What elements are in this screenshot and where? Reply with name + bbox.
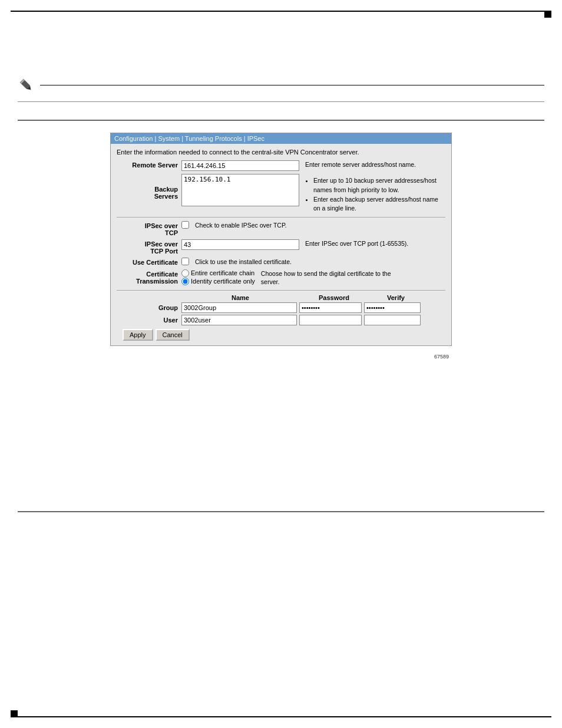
- group-label: Group: [117, 304, 181, 311]
- section-separator: [18, 120, 544, 121]
- cert-radio-entire[interactable]: [181, 269, 189, 277]
- backup-servers-desc: Enter up to 10 backup server addresses/h…: [299, 174, 445, 213]
- remote-server-label: Remote Server: [117, 160, 181, 169]
- ipsec-tcp-desc: Check to enable IPSec over TCP.: [189, 221, 286, 230]
- bottom-separator: [18, 511, 544, 512]
- use-certificate-desc: Click to use the installed certificate.: [189, 258, 292, 266]
- top-separator: [18, 101, 544, 102]
- form-intro: Enter the information needed to connect …: [117, 149, 445, 156]
- name-password-header: Name Password Verify: [181, 294, 445, 301]
- vpn-config-form: Configuration | System | Tunneling Proto…: [110, 133, 452, 346]
- ipsec-tcp-row: IPSec overTCP Check to enable IPSec over…: [117, 221, 445, 236]
- form-body: Enter the information needed to connect …: [111, 144, 451, 345]
- group-password-input[interactable]: [299, 302, 362, 313]
- note-divider-line: [40, 85, 544, 85]
- user-label: User: [117, 317, 181, 324]
- cert-option-entire: Entire certificate chain: [181, 269, 255, 277]
- backup-servers-label: BackupServers: [117, 174, 181, 200]
- cert-option-identity: Identity certificate only: [181, 278, 255, 285]
- user-inputs: [181, 315, 421, 325]
- use-certificate-checkbox[interactable]: [181, 258, 189, 265]
- page-corner-tr: [544, 11, 551, 18]
- col-verify-header: Verify: [366, 294, 425, 301]
- cert-option-entire-label: Entire certificate chain: [191, 269, 254, 276]
- figure-number: 67589: [434, 354, 449, 360]
- remote-server-input[interactable]: [181, 160, 299, 171]
- user-name-input[interactable]: [181, 315, 297, 325]
- backup-servers-desc-1: Enter up to 10 backup server addresses/h…: [313, 176, 445, 195]
- col-name-header: Name: [181, 294, 299, 301]
- backup-servers-row: BackupServers 192.156.10.1 Enter up to 1…: [117, 174, 445, 213]
- remote-server-row: Remote Server Enter remote server addres…: [117, 160, 445, 171]
- form-divider-1: [117, 217, 445, 218]
- backup-servers-desc-2: Enter each backup server address/host na…: [313, 195, 445, 214]
- ipsec-tcp-checkbox-group: [181, 221, 189, 229]
- ipsec-tcp-checkbox[interactable]: [181, 221, 189, 229]
- use-certificate-checkbox-group: [181, 258, 189, 265]
- ipsec-tcp-port-desc: Enter IPSec over TCP port (1-65535).: [299, 239, 408, 248]
- ipsec-tcp-label: IPSec overTCP: [117, 221, 181, 236]
- group-inputs: [181, 302, 421, 313]
- page-corner-bl: [11, 710, 18, 717]
- ipsec-tcp-port-row: IPSec overTCP Port Enter IPSec over TCP …: [117, 239, 445, 255]
- pencil-note-icon: [18, 77, 34, 93]
- form-title-bar: Configuration | System | Tunneling Proto…: [111, 133, 451, 144]
- user-password-input[interactable]: [299, 315, 362, 325]
- user-row: User: [117, 315, 445, 325]
- cert-transmission-radio-group: Entire certificate chain Identity certif…: [181, 269, 255, 286]
- apply-button[interactable]: Apply: [123, 329, 153, 341]
- page-border-top: [11, 11, 551, 12]
- cert-transmission-row: CertificateTransmission Entire certifica…: [117, 269, 445, 286]
- use-certificate-row: Use Certificate Click to use the install…: [117, 258, 445, 266]
- col-password-header: Password: [302, 294, 366, 301]
- use-certificate-label: Use Certificate: [117, 258, 181, 266]
- cert-transmission-desc: Choose how to send the digital certifica…: [255, 269, 408, 286]
- ipsec-tcp-port-input[interactable]: [181, 239, 299, 250]
- group-verify-input[interactable]: [364, 302, 421, 313]
- button-row: Apply Cancel: [123, 329, 445, 341]
- cancel-button[interactable]: Cancel: [156, 329, 190, 341]
- cert-transmission-label: CertificateTransmission: [117, 269, 181, 285]
- page-border-bottom: [11, 716, 551, 717]
- cert-radio-identity[interactable]: [181, 278, 189, 285]
- form-divider-2: [117, 290, 445, 291]
- cert-option-identity-label: Identity certificate only: [191, 278, 255, 285]
- user-verify-input[interactable]: [364, 315, 421, 325]
- backup-servers-input[interactable]: 192.156.10.1: [181, 174, 299, 206]
- group-row: Group: [117, 302, 445, 313]
- ipsec-tcp-port-label: IPSec overTCP Port: [117, 239, 181, 255]
- group-name-input[interactable]: [181, 302, 297, 313]
- note-section: [18, 77, 544, 93]
- form-title: Configuration | System | Tunneling Proto…: [114, 135, 265, 142]
- remote-server-desc: Enter remote server address/host name.: [299, 160, 416, 169]
